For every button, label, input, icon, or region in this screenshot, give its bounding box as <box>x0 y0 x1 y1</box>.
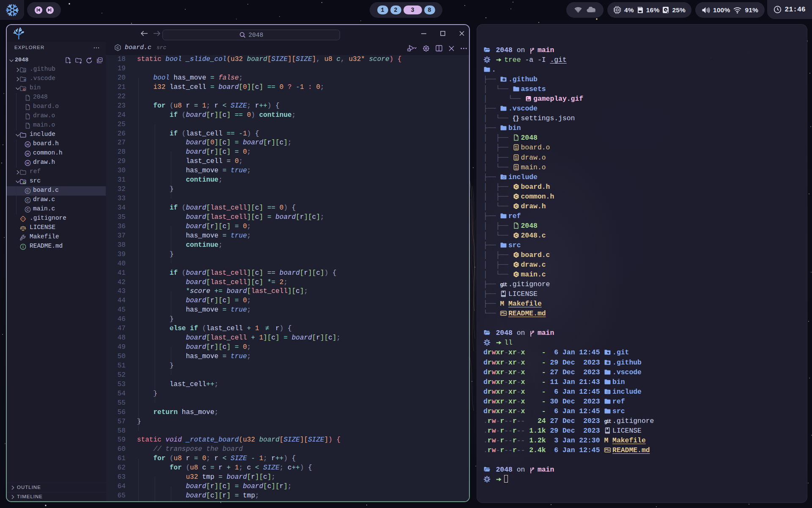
svg-text:C: C <box>515 194 518 199</box>
svg-text:C: C <box>116 46 119 50</box>
svg-text:10: 10 <box>515 157 517 160</box>
svg-text:H: H <box>27 161 29 165</box>
svg-text:10: 10 <box>515 167 517 170</box>
svg-text:H: H <box>27 152 29 156</box>
svg-text:C: C <box>515 272 518 276</box>
svg-text:C: C <box>26 198 29 202</box>
svg-text:C: C <box>515 262 518 267</box>
svg-text:⋮: ⋮ <box>23 182 25 184</box>
svg-text:C: C <box>515 252 518 257</box>
svg-text:C: C <box>515 184 518 189</box>
svg-text:10: 10 <box>515 148 517 150</box>
svg-text:C: C <box>515 233 518 237</box>
svg-text:C: C <box>26 207 29 212</box>
svg-text:C: C <box>515 204 518 208</box>
svg-text:C: C <box>26 189 29 193</box>
svg-text:H: H <box>27 143 29 146</box>
